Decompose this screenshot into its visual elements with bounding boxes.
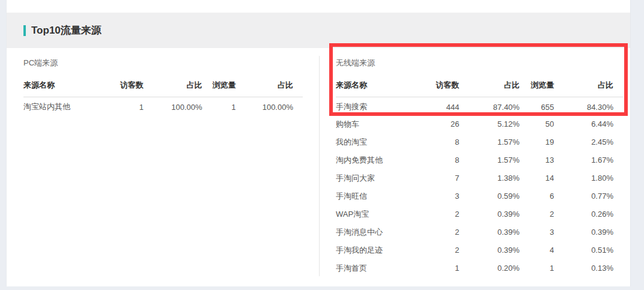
source-name: 我的淘宝: [336, 133, 408, 151]
pageview-share-value: 2.45%: [554, 133, 623, 151]
wireless-source-section: 无线端来源 来源名称 访客数 占比 浏览量 占比 手淘搜索: [319, 48, 630, 277]
pageview-share-value: 1.80%: [554, 169, 623, 187]
visitor-share-value: 1.57%: [460, 133, 520, 151]
source-name: 购物车: [336, 115, 408, 133]
title-accent-bar-icon: [23, 25, 26, 36]
pageview-share-value: 100.00%: [235, 97, 303, 115]
column-header-source-name: 来源名称: [336, 68, 408, 97]
column-header-pageviews: 浏览量: [520, 68, 554, 97]
column-header-pageview-share: 占比: [235, 68, 303, 97]
table-row: WAP淘宝 2 0.39% 2 0.26%: [336, 205, 623, 223]
visitor-share-value: 0.39%: [460, 223, 520, 241]
visitors-value: 7: [408, 169, 460, 187]
column-header-visitors: 访客数: [93, 68, 144, 97]
visitor-share-value: 1.38%: [460, 169, 520, 187]
pageview-share-value: 0.39%: [554, 223, 623, 241]
pageviews-value: 2: [520, 205, 554, 223]
table-row: 手淘消息中心 2 0.39% 3 0.39%: [336, 223, 623, 241]
visitor-share-value: 87.40%: [460, 97, 520, 115]
pageviews-value: 3: [520, 223, 554, 241]
visitors-value: 8: [408, 133, 460, 151]
source-name: 淘宝站内其他: [23, 97, 93, 115]
visitors-value: 2: [408, 205, 460, 223]
vertical-divider: [319, 56, 320, 276]
source-name: 手淘消息中心: [336, 223, 408, 241]
table-row: 我的淘宝 8 1.57% 19 2.45%: [336, 133, 623, 151]
pageviews-value: 19: [520, 133, 554, 151]
visitor-share-value: 1.57%: [460, 151, 520, 169]
content-panel: Top10流量来源 PC端来源 来源名称 访客数 占比 浏览量 占比: [6, 0, 631, 286]
table-header-row: 来源名称 访客数 占比 浏览量 占比: [23, 68, 303, 97]
pageview-share-value: 0.13%: [554, 259, 623, 277]
pageviews-value: 14: [520, 169, 554, 187]
pageview-share-value: 6.44%: [554, 115, 623, 133]
pageview-share-value: 84.30%: [554, 97, 623, 115]
section-header: Top10流量来源: [7, 13, 630, 48]
source-name: WAP淘宝: [336, 205, 408, 223]
visitors-value: 1: [93, 97, 144, 115]
visitor-share-value: 0.39%: [460, 241, 520, 259]
visitors-value: 8: [408, 151, 460, 169]
wireless-source-subtitle: 无线端来源: [336, 58, 623, 68]
pc-source-subtitle: PC端来源: [23, 58, 303, 68]
column-header-source-name: 来源名称: [23, 68, 93, 97]
table-row: 淘宝站内其他 1 100.00% 1 100.00%: [23, 97, 303, 115]
pageviews-value: 4: [520, 241, 554, 259]
wireless-source-table: 来源名称 访客数 占比 浏览量 占比 手淘搜索 444 87.40% 655 8…: [336, 68, 623, 277]
visitors-value: 3: [408, 187, 460, 205]
pc-source-table: 来源名称 访客数 占比 浏览量 占比 淘宝站内其他 1 100.00% 1 10…: [23, 68, 303, 115]
visitor-share-value: 0.20%: [460, 259, 520, 277]
visitors-value: 2: [408, 241, 460, 259]
table-row: 淘内免费其他 8 1.57% 13 1.67%: [336, 151, 623, 169]
column-header-visitor-share: 占比: [460, 68, 520, 97]
pc-source-section: PC端来源 来源名称 访客数 占比 浏览量 占比 淘宝站内其他: [7, 48, 319, 277]
table-row: 手淘问大家 7 1.38% 14 1.80%: [336, 169, 623, 187]
column-header-visitor-share: 占比: [144, 68, 202, 97]
pageview-share-value: 0.26%: [554, 205, 623, 223]
column-header-pageviews: 浏览量: [202, 68, 236, 97]
pageviews-value: 13: [520, 151, 554, 169]
table-header-row: 来源名称 访客数 占比 浏览量 占比: [336, 68, 623, 97]
visitor-share-value: 100.00%: [144, 97, 202, 115]
pageview-share-value: 1.67%: [554, 151, 623, 169]
visitors-value: 444: [408, 97, 460, 115]
pageviews-value: 6: [520, 187, 554, 205]
column-header-visitors: 访客数: [408, 68, 460, 97]
pageviews-value: 655: [520, 97, 554, 115]
table-row: 手淘旺信 3 0.59% 6 0.77%: [336, 187, 623, 205]
visitors-value: 1: [408, 259, 460, 277]
tables-row: PC端来源 来源名称 访客数 占比 浏览量 占比 淘宝站内其他: [7, 48, 630, 277]
table-row: 购物车 26 5.12% 50 6.44%: [336, 115, 623, 133]
pageviews-value: 1: [202, 97, 236, 115]
visitors-value: 2: [408, 223, 460, 241]
source-name: 手淘旺信: [336, 187, 408, 205]
pageview-share-value: 0.51%: [554, 241, 623, 259]
page-title: Top10流量来源: [31, 23, 102, 37]
table-row: 手淘我的足迹 2 0.39% 4 0.51%: [336, 241, 623, 259]
source-name: 手淘我的足迹: [336, 241, 408, 259]
table-row: 手淘首页 1 0.20% 1 0.13%: [336, 259, 623, 277]
table-row: 手淘搜索 444 87.40% 655 84.30%: [336, 97, 623, 115]
visitor-share-value: 5.12%: [460, 115, 520, 133]
pageview-share-value: 0.77%: [554, 187, 623, 205]
pageviews-value: 50: [520, 115, 554, 133]
column-header-pageview-share: 占比: [554, 68, 623, 97]
source-name: 手淘问大家: [336, 169, 408, 187]
visitor-share-value: 0.39%: [460, 205, 520, 223]
source-name: 手淘首页: [336, 259, 408, 277]
pageviews-value: 1: [520, 259, 554, 277]
source-name: 淘内免费其他: [336, 151, 408, 169]
source-name: 手淘搜索: [336, 97, 408, 115]
visitors-value: 26: [408, 115, 460, 133]
visitor-share-value: 0.59%: [460, 187, 520, 205]
